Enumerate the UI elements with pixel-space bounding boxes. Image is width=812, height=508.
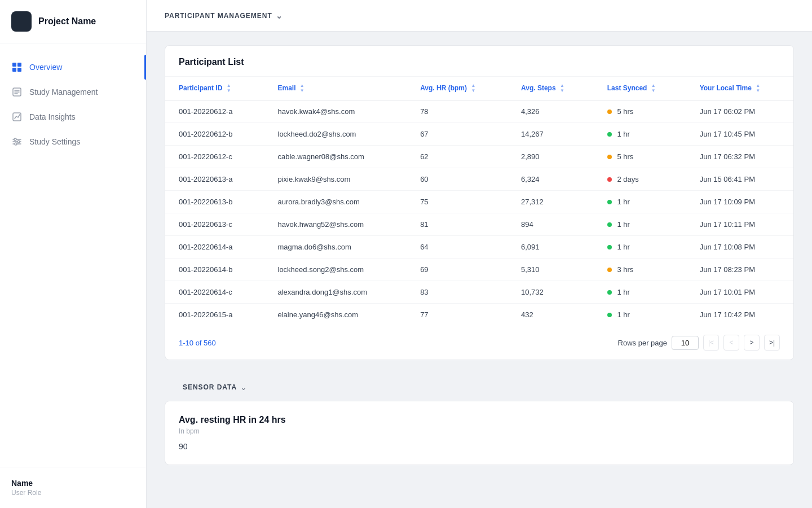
pagination: 1-10 of 560 Rows per page |< < > >| bbox=[165, 326, 793, 360]
header-bar: PARTICIPANT MANAGEMENT ⌄ bbox=[147, 0, 812, 32]
cell-last-synced: 5 hrs bbox=[594, 100, 686, 123]
cell-local-time: Jun 15 06:41 PM bbox=[686, 168, 793, 191]
sync-status-dot bbox=[607, 200, 612, 204]
cell-local-time: Jun 17 10:08 PM bbox=[686, 236, 793, 259]
col-local-time[interactable]: Your Local Time ▲▼ bbox=[686, 77, 793, 100]
sidebar-item-study-management[interactable]: Study Management bbox=[0, 80, 146, 104]
first-page-button[interactable]: |< bbox=[703, 335, 719, 351]
sync-status-dot bbox=[607, 110, 612, 114]
table-row[interactable]: 001-20220612-a havok.kwak4@shs.com 78 4,… bbox=[165, 100, 793, 123]
cell-email: magma.do6@shs.com bbox=[264, 236, 407, 259]
sidebar-item-study-management-label: Study Management bbox=[29, 87, 98, 97]
last-page-button[interactable]: >| bbox=[764, 335, 780, 351]
sliders-icon bbox=[11, 136, 23, 147]
cell-avg-hr: 62 bbox=[407, 146, 508, 168]
participant-management-label: PARTICIPANT MANAGEMENT bbox=[165, 12, 272, 20]
sidebar-item-study-settings[interactable]: Study Settings bbox=[0, 129, 146, 154]
cell-avg-steps: 432 bbox=[508, 304, 594, 326]
sort-icon-local-time: ▲▼ bbox=[756, 84, 760, 93]
cell-email: lockheed.song2@shs.com bbox=[264, 259, 407, 281]
avg-hr-chart-card: Avg. resting HR in 24 hrs In bpm 90 bbox=[165, 401, 794, 465]
sidebar-header: Project Name bbox=[0, 0, 146, 43]
grid-icon bbox=[11, 62, 23, 73]
table-row[interactable]: 001-20220612-b lockheed.do2@shs.com 67 1… bbox=[165, 123, 793, 146]
sort-icon-avg-steps: ▲▼ bbox=[560, 84, 564, 93]
rows-per-page-input[interactable] bbox=[672, 336, 699, 350]
cell-participant-id: 001-20220613-b bbox=[165, 191, 264, 213]
cell-local-time: Jun 17 10:45 PM bbox=[686, 123, 793, 146]
sensor-data-label: SENSOR DATA bbox=[183, 383, 237, 391]
cell-last-synced: 1 hr bbox=[594, 123, 686, 146]
sync-status-dot bbox=[607, 155, 612, 159]
col-avg-steps[interactable]: Avg. Steps ▲▼ bbox=[508, 77, 594, 100]
user-name: Name bbox=[11, 479, 135, 488]
sync-status-dot bbox=[607, 177, 612, 182]
sync-status-dot bbox=[607, 268, 612, 272]
next-page-button[interactable]: > bbox=[744, 335, 760, 351]
col-avg-hr[interactable]: Avg. HR (bpm) ▲▼ bbox=[407, 77, 508, 100]
user-role: User Role bbox=[11, 489, 135, 497]
cell-email: elaine.yang46@shs.com bbox=[264, 304, 407, 326]
participant-management-header[interactable]: PARTICIPANT MANAGEMENT ⌄ bbox=[165, 11, 283, 20]
app-logo bbox=[11, 11, 32, 32]
col-participant-id[interactable]: Participant ID ▲▼ bbox=[165, 77, 264, 100]
cell-avg-steps: 894 bbox=[508, 213, 594, 236]
table-row[interactable]: 001-20220614-a magma.do6@shs.com 64 6,09… bbox=[165, 236, 793, 259]
project-name: Project Name bbox=[38, 16, 96, 27]
sync-status-dot bbox=[607, 132, 612, 137]
sync-time: 1 hr bbox=[617, 130, 629, 138]
cell-last-synced: 1 hr bbox=[594, 213, 686, 236]
table-row[interactable]: 001-20220613-c havok.hwang52@shs.com 81 … bbox=[165, 213, 793, 236]
cell-participant-id: 001-20220614-a bbox=[165, 236, 264, 259]
cell-email: pixie.kwak9@shs.com bbox=[264, 168, 407, 191]
rows-per-page: Rows per page bbox=[618, 336, 699, 350]
cell-avg-steps: 4,326 bbox=[508, 100, 594, 123]
clipboard-icon bbox=[11, 86, 23, 98]
sidebar-item-data-insights[interactable]: Data Insights bbox=[0, 104, 146, 129]
col-last-synced[interactable]: Last Synced ▲▼ bbox=[594, 77, 686, 100]
cell-local-time: Jun 17 06:32 PM bbox=[686, 146, 793, 168]
sync-time: 1 hr bbox=[617, 243, 629, 251]
table-row[interactable]: 001-20220614-b lockheed.song2@shs.com 69… bbox=[165, 259, 793, 281]
sync-time: 1 hr bbox=[617, 220, 629, 229]
cell-last-synced: 1 hr bbox=[594, 191, 686, 213]
sync-time: 5 hrs bbox=[617, 152, 633, 161]
prev-page-button[interactable]: < bbox=[723, 335, 739, 351]
table-row[interactable]: 001-20220615-a elaine.yang46@shs.com 77 … bbox=[165, 304, 793, 326]
sync-time: 3 hrs bbox=[617, 265, 633, 274]
cell-participant-id: 001-20220613-c bbox=[165, 213, 264, 236]
sidebar-item-overview[interactable]: Overview bbox=[0, 55, 146, 80]
cell-last-synced: 1 hr bbox=[594, 236, 686, 259]
chart-title: Avg. resting HR in 24 hrs bbox=[179, 415, 780, 425]
col-email[interactable]: Email ▲▼ bbox=[264, 77, 407, 100]
sensor-data-header[interactable]: SENSOR DATA ⌄ bbox=[165, 374, 794, 401]
cell-local-time: Jun 17 06:02 PM bbox=[686, 100, 793, 123]
cell-avg-hr: 60 bbox=[407, 168, 508, 191]
table-row[interactable]: 001-20220614-c alexandra.dong1@shs.com 8… bbox=[165, 281, 793, 304]
cell-participant-id: 001-20220613-a bbox=[165, 168, 264, 191]
cell-local-time: Jun 17 10:11 PM bbox=[686, 213, 793, 236]
sidebar-footer: Name User Role bbox=[0, 467, 146, 508]
sync-status-dot bbox=[607, 222, 612, 227]
cell-avg-steps: 27,312 bbox=[508, 191, 594, 213]
cell-email: aurora.bradly3@shs.com bbox=[264, 191, 407, 213]
cell-email: havok.hwang52@shs.com bbox=[264, 213, 407, 236]
cell-local-time: Jun 17 10:42 PM bbox=[686, 304, 793, 326]
sync-status-dot bbox=[607, 313, 612, 317]
svg-point-6 bbox=[14, 138, 16, 141]
table-row[interactable]: 001-20220613-b aurora.bradly3@shs.com 75… bbox=[165, 191, 793, 213]
table-row[interactable]: 001-20220613-a pixie.kwak9@shs.com 60 6,… bbox=[165, 168, 793, 191]
cell-last-synced: 3 hrs bbox=[594, 259, 686, 281]
cell-email: havok.kwak4@shs.com bbox=[264, 100, 407, 123]
sidebar-item-overview-label: Overview bbox=[29, 63, 62, 72]
cell-avg-hr: 67 bbox=[407, 123, 508, 146]
svg-point-8 bbox=[15, 143, 17, 145]
cell-avg-steps: 5,310 bbox=[508, 259, 594, 281]
participant-list-card: Participant List Participant ID ▲▼ Email… bbox=[165, 45, 794, 360]
cell-avg-steps: 14,267 bbox=[508, 123, 594, 146]
cell-avg-hr: 83 bbox=[407, 281, 508, 304]
sync-status-dot bbox=[607, 290, 612, 295]
table-row[interactable]: 001-20220612-c cable.wagner08@shs.com 62… bbox=[165, 146, 793, 168]
cell-avg-hr: 64 bbox=[407, 236, 508, 259]
rows-per-page-label: Rows per page bbox=[618, 339, 667, 347]
